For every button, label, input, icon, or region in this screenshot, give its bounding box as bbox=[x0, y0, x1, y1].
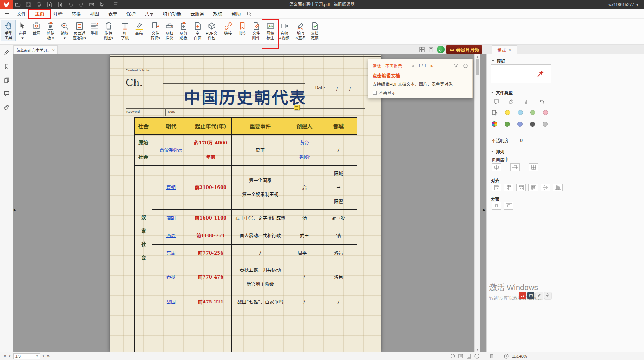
close-tab-icon[interactable]: × bbox=[52, 48, 55, 52]
prev-page-button[interactable]: ‹ bbox=[9, 352, 10, 360]
ribbon-tool-audio-video[interactable]: 音频 &视频 bbox=[277, 20, 291, 41]
dynasty-link[interactable]: 东周 bbox=[152, 244, 190, 262]
ime-mic-icon[interactable] bbox=[544, 292, 551, 299]
format-panel-tab[interactable]: 格式 × bbox=[492, 45, 517, 54]
ribbon-tool-rotate-view[interactable]: 旋转 视图▾ bbox=[101, 20, 116, 41]
align-top-button[interactable] bbox=[528, 184, 538, 191]
ribbon-tool-snapshot[interactable]: 截图 bbox=[29, 20, 44, 36]
align-center-button[interactable] bbox=[504, 184, 513, 191]
align-right-button[interactable] bbox=[516, 184, 526, 191]
edit-document-link[interactable]: 点击编辑文档 bbox=[373, 72, 468, 79]
scrollbar-thumb[interactable] bbox=[476, 59, 479, 75]
distribute-horizontal-button[interactable] bbox=[492, 202, 501, 210]
menu-features[interactable]: 特色功能 bbox=[158, 9, 186, 19]
reply-arrow-icon[interactable] bbox=[537, 98, 546, 106]
open-file-icon[interactable] bbox=[13, 1, 22, 8]
ribbon-tool-fill-sign[interactable]: 填写 &签名 bbox=[294, 20, 308, 41]
dynasty-link[interactable]: 战国 bbox=[152, 292, 190, 352]
export-doc-icon[interactable] bbox=[45, 1, 54, 8]
color-swatch-lightgreen[interactable] bbox=[530, 110, 535, 115]
dynasty-link[interactable]: 西周 bbox=[152, 227, 190, 244]
arrange-section-header[interactable]: 排列 bbox=[491, 149, 504, 155]
color-swatch-gray[interactable] bbox=[543, 122, 548, 127]
attachment-type-icon[interactable] bbox=[507, 98, 516, 106]
menu-file[interactable]: 文件 bbox=[12, 9, 31, 19]
save-icon[interactable] bbox=[24, 1, 33, 8]
color-swatch-darkgray[interactable] bbox=[530, 122, 535, 127]
menu-convert[interactable]: 转换 bbox=[67, 9, 85, 19]
dont-show-checkbox[interactable] bbox=[373, 91, 377, 95]
document-view-area[interactable]: Content > Note Ch. 中国历史朝代表 Date / / Keyw… bbox=[13, 54, 486, 352]
ribbon-tool-from-scanner[interactable]: 从扫 描仪 bbox=[163, 20, 177, 41]
collapse-left-panel-icon[interactable]: ▶ bbox=[14, 208, 17, 212]
color-swatch-lightblue[interactable] bbox=[518, 110, 523, 115]
menu-cloud[interactable]: 云服务 bbox=[186, 9, 209, 19]
page-number-selector[interactable]: 1/3 ▾ bbox=[13, 353, 40, 359]
ribbon-tool-link[interactable]: 链接 bbox=[221, 20, 235, 36]
close-format-panel-icon[interactable]: × bbox=[508, 48, 511, 52]
ribbon-tool-from-clipboard[interactable]: 从剪 贴板 bbox=[177, 20, 191, 41]
ribbon-tool-pdf-portfolio[interactable]: PDF文 件包 bbox=[205, 20, 219, 41]
popup-next-icon[interactable]: ▶ bbox=[431, 64, 433, 68]
zoom-in-icon[interactable] bbox=[504, 354, 509, 359]
send-doc-icon[interactable] bbox=[55, 1, 65, 8]
ribbon-tool-highlight[interactable]: 高亮 bbox=[132, 20, 146, 36]
menu-present[interactable]: 放映 bbox=[209, 9, 227, 19]
dynasty-link[interactable]: 春秋 bbox=[152, 262, 190, 292]
ribbon-tool-hand[interactable]: 手型 工具 bbox=[1, 20, 15, 41]
thumbnail-view-icon[interactable] bbox=[418, 46, 426, 53]
account-menu[interactable]: wx118615277 ▾ bbox=[608, 2, 644, 7]
popup-minimize-icon[interactable] bbox=[463, 63, 468, 68]
ribbon-tool-bookmark[interactable]: 书签 bbox=[235, 20, 249, 36]
ime-language-mode[interactable]: 中 bbox=[527, 292, 534, 299]
search-icon[interactable] bbox=[247, 11, 252, 17]
zoom-percent[interactable]: 113.48% bbox=[512, 354, 527, 358]
foxit-logo-icon[interactable] bbox=[0, 0, 13, 9]
menu-help[interactable]: 帮助 bbox=[227, 9, 245, 19]
dynasty-link[interactable]: 夏朝 bbox=[152, 165, 190, 209]
quick-access-icon[interactable] bbox=[98, 1, 107, 8]
menu-home[interactable]: 主页 bbox=[31, 9, 49, 19]
ribbon-tool-convert-file[interactable]: 文件 转换▾ bbox=[149, 20, 163, 41]
scroll-up-icon[interactable]: ▲ bbox=[475, 55, 480, 58]
opacity-value[interactable]: 0 bbox=[520, 138, 523, 143]
annotate-pencil-icon[interactable] bbox=[3, 49, 10, 56]
single-page-view-icon[interactable] bbox=[427, 46, 435, 53]
foxit-promo-icon[interactable] bbox=[437, 46, 445, 53]
preview-section-header[interactable]: 预览 bbox=[492, 58, 505, 64]
scroll-down-icon[interactable]: ▼ bbox=[475, 348, 480, 351]
zoom-out-icon[interactable] bbox=[474, 354, 479, 359]
fit-width-icon[interactable] bbox=[458, 354, 463, 359]
distribute-vertical-button[interactable] bbox=[504, 202, 513, 210]
file-type-section-header[interactable]: 文件类型 bbox=[491, 90, 513, 96]
comments-panel-icon[interactable] bbox=[3, 90, 10, 97]
sticky-note-annotation-icon[interactable] bbox=[294, 105, 300, 110]
actual-size-icon[interactable] bbox=[450, 354, 455, 359]
color-swatch-blue[interactable] bbox=[517, 122, 523, 127]
ribbon-tool-finalize-doc[interactable]: 文档 定稿 bbox=[308, 20, 322, 41]
dynasty-link[interactable]: 黄帝尧舜禹 bbox=[152, 135, 190, 165]
popup-settings-gear-icon[interactable] bbox=[453, 63, 459, 68]
pdf-page[interactable]: Content > Note Ch. 中国历史朝代表 Date / / Keyw… bbox=[110, 55, 381, 352]
next-page-button[interactable]: › bbox=[43, 352, 44, 360]
bookmarks-panel-icon[interactable] bbox=[3, 63, 10, 70]
align-middle-button[interactable] bbox=[541, 184, 550, 191]
menu-protect[interactable]: 保护 bbox=[122, 9, 140, 19]
share-mail-icon[interactable] bbox=[87, 1, 96, 8]
last-page-button[interactable]: » bbox=[47, 352, 50, 360]
hamburger-menu-icon[interactable] bbox=[5, 12, 9, 16]
attachments-panel-icon[interactable] bbox=[3, 104, 10, 111]
menu-view[interactable]: 视图 bbox=[85, 9, 104, 19]
redo-icon[interactable] bbox=[77, 1, 86, 8]
align-bottom-button[interactable] bbox=[553, 184, 563, 191]
collapse-right-panel-icon[interactable]: ▶ bbox=[483, 208, 486, 212]
ribbon-tool-clipboard[interactable]: 剪贴 板 ▾ bbox=[44, 20, 58, 41]
menu-comment[interactable]: 注释 bbox=[49, 9, 67, 19]
ribbon-tool-page-fit[interactable]: 页面适 应选项▾ bbox=[72, 20, 87, 41]
ribbon-tool-image-annotation[interactable]: 图像 标注 bbox=[263, 20, 277, 41]
member-benefit-button[interactable]: 会员月月领 bbox=[446, 45, 482, 54]
popup-clear-link[interactable]: 清除 bbox=[373, 63, 381, 69]
zoom-slider[interactable] bbox=[482, 356, 501, 356]
document-tab[interactable]: 怎么面对高中学习... × bbox=[13, 45, 58, 54]
popup-dont-remind-link[interactable]: 不再提示 bbox=[385, 63, 402, 69]
